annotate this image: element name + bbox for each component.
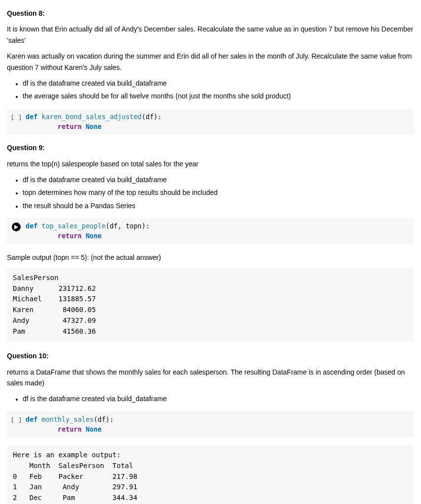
params: (df): [94, 415, 114, 423]
none-literal: None [86, 232, 102, 240]
output-text: SalesPerson Danny 231712.62 Michael 1318… [13, 273, 408, 337]
run-cell-button[interactable] [7, 221, 26, 232]
indent [26, 232, 58, 240]
code-cell-q10[interactable]: [ ] def monthly_sales(df): return None [7, 411, 414, 438]
list-item: df is the dataframe created via build_da… [23, 174, 414, 185]
none-literal: None [86, 123, 102, 130]
keyword-def: def [26, 415, 42, 423]
question-10-desc: returns a DataFrame that shows the month… [7, 367, 414, 389]
question-8-bullets: df is the dataframe created via build_da… [7, 78, 414, 102]
question-10-bullets: df is the dataframe created via build_da… [7, 393, 414, 404]
cell-gutter[interactable]: [ ] [7, 112, 26, 123]
sample-output-label: Sample output (topn == 5): (not the actu… [7, 252, 414, 263]
list-item: df is the dataframe created via build_da… [23, 393, 414, 404]
question-9-desc: returns the top(n) salespeople based on … [7, 158, 414, 169]
question-8-title: Question 8: [7, 8, 414, 19]
function-name: karen_bond_sales_adjusted [42, 113, 142, 121]
function-name: top_sales_people [42, 222, 106, 230]
question-10-title: Question 10: [7, 350, 414, 361]
svg-marker-0 [14, 225, 18, 229]
code-cell-q9[interactable]: def top_sales_people(df, topn): return N… [7, 218, 414, 244]
cell-gutter[interactable]: [ ] [7, 414, 26, 426]
output-text: Here is an example output: Month SalesPe… [13, 450, 408, 504]
list-item: df is the dataframe created via build_da… [23, 78, 414, 89]
params: (df): [142, 113, 162, 121]
code-cell-q8[interactable]: [ ] def karen_bond_sales_adjusted(df): r… [7, 109, 414, 135]
indent [26, 123, 58, 130]
question-9-title: Question 9: [7, 142, 414, 153]
question-8-desc-1: It is known that Erin actually did all o… [7, 24, 414, 46]
question-9-bullets: df is the dataframe created via build_da… [7, 174, 414, 211]
keyword-return: return [58, 123, 86, 130]
code-content[interactable]: def top_sales_people(df, topn): return N… [26, 221, 150, 241]
play-icon[interactable] [12, 222, 21, 231]
keyword-def: def [26, 222, 42, 230]
question-8-desc-2: Karen was actually on vacation during th… [7, 51, 414, 73]
function-name: monthly_sales [42, 415, 94, 423]
keyword-return: return [58, 232, 86, 240]
none-literal: None [86, 425, 102, 433]
keyword-return: return [58, 425, 86, 433]
keyword-def: def [26, 113, 42, 121]
indent [26, 425, 58, 433]
sample-output-q9: SalesPerson Danny 231712.62 Michael 1318… [7, 268, 414, 342]
list-item: the result should be a Pandas Series [23, 200, 414, 211]
code-content[interactable]: def karen_bond_sales_adjusted(df): retur… [26, 112, 162, 132]
example-output-q10: Here is an example output: Month SalesPe… [7, 445, 414, 504]
code-content[interactable]: def monthly_sales(df): return None [26, 414, 114, 435]
list-item: the average sales should be for all twel… [23, 91, 414, 101]
params: (df, topn): [106, 222, 150, 230]
list-item: topn determines how many of the top resu… [23, 187, 414, 198]
